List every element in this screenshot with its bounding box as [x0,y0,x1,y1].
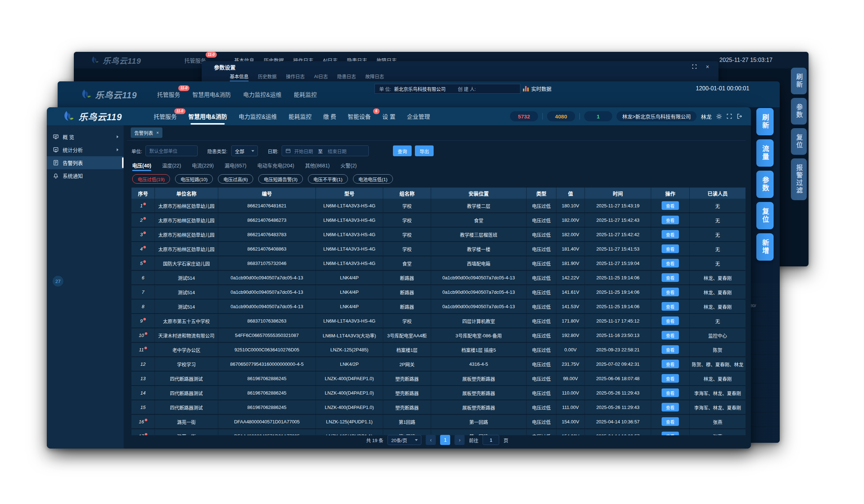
table-row: 11 老中学办公区 92510C0000C0636410276D05 LNZK-… [131,343,746,357]
date-range-picker[interactable]: 开始日期 至 结束日期 [282,145,369,156]
dialog-tab[interactable]: 故障日志 [365,73,384,81]
stat-badge-notices[interactable]: 1 [584,111,612,121]
current-page[interactable]: 1 [440,435,450,445]
view-button[interactable]: 查看 [662,360,679,368]
brand-title: 乐鸟云119 [79,110,122,123]
view-button[interactable]: 查看 [662,201,679,210]
category-tab[interactable]: 漏电(657) [225,162,247,171]
category-tab[interactable]: 其他(8681) [305,162,330,171]
view-button[interactable]: 查看 [662,316,679,325]
stat-badge-alarms[interactable]: 5732 [510,111,538,121]
close-icon[interactable]: × [156,130,159,135]
nav-item[interactable]: 设 置 [382,107,395,125]
sidebar-item-alarm-list[interactable]: 告警列表 [47,156,124,169]
side-action-button[interactable]: 刷新 [756,108,774,135]
nav-item[interactable]: 智慧用电&消防 [188,107,227,125]
subtype-chip[interactable]: 电压短路告警(3) [258,174,303,184]
dialog-tab[interactable]: 历史数据 [258,73,277,81]
nav-item[interactable]: 企业管理 [407,107,430,125]
view-button[interactable]: 查看 [662,388,679,397]
nav-item[interactable]: 能耗监控 [288,107,312,125]
subtype-chip[interactable]: 电池电压低(1) [353,174,393,184]
view-button[interactable]: 查看 [662,259,679,267]
page-size-select[interactable]: 20条/页 [388,435,421,445]
unit-info-bar: 单 位: 新北京乐鸟科技有限公司 创 建 人: [375,84,520,94]
side-action-button[interactable]: 刷新 [791,68,807,94]
search-button[interactable]: 查询 [393,145,412,156]
unit-filter-input[interactable] [146,145,198,156]
org-breadcrumb[interactable]: 林龙>新北京乐鸟科技有限公司 [617,111,697,121]
settings-dialog: 参数设置 × 基本信息历史数据操作日志AI日志隐患日志故障日志 [202,61,718,84]
subtype-chip[interactable]: 电压过高(6) [218,174,253,184]
category-tab[interactable]: 电流(229) [192,162,214,171]
view-button[interactable]: 查看 [662,374,679,383]
dialog-tab[interactable]: AI日志 [314,73,328,81]
view-button[interactable]: 查看 [662,288,679,296]
stat-badge-warnings[interactable]: 4080 [547,111,575,121]
nav-item[interactable]: 智能设备 6 [348,107,371,125]
col-header: 安装位置 [431,188,527,199]
subtype-chip[interactable]: 电压短路(10) [175,174,213,184]
prev-page-icon[interactable]: ‹ [426,435,436,445]
side-action-button[interactable]: 参数 [791,98,807,125]
nav-item[interactable]: 托管服务 11-0 [157,90,180,99]
category-tab[interactable]: 温度(22) [162,162,181,171]
nav-item[interactable]: 缴 费 [323,107,336,125]
nav-item[interactable]: 智慧用电&消防 [192,90,231,99]
gear-icon[interactable] [716,113,722,120]
subtype-chip[interactable]: 电压不平衡(1) [308,174,348,184]
category-tab[interactable]: 火警(2) [340,162,357,171]
middle-window-timestamp: 1200-01-01 00:00:01 [696,85,749,92]
dialog-tab[interactable]: 操作日志 [286,73,305,81]
side-action-button[interactable]: 参数 [756,171,774,198]
goto-page-input[interactable] [483,435,499,445]
view-button[interactable]: 查看 [662,403,679,411]
nav-item[interactable]: 能耗监控 [294,90,317,99]
settings-dialog-tabs: 基本信息历史数据操作日志AI日志隐患日志故障日志 [202,73,718,82]
nav-item[interactable]: 电力监控&运维 [238,107,277,125]
dialog-close-icon[interactable]: × [706,64,709,70]
dialog-tab[interactable]: 基本信息 [230,73,249,81]
nav-item[interactable]: 托管服务 11-0 [154,107,177,125]
view-button[interactable]: 查看 [662,216,679,224]
side-action-button[interactable]: 复位 [756,202,774,229]
nav-item[interactable]: 电力监控&运维 [243,90,282,99]
side-action-button[interactable]: 流量 [756,139,774,167]
sidebar-item-statistics[interactable]: 统计分析 [47,143,124,156]
dialog-fullscreen-icon[interactable] [692,64,698,70]
category-tab[interactable]: 电动车充电(204) [257,162,294,171]
category-tab[interactable]: 电压(40) [132,162,151,171]
side-action-button[interactable]: 报警过滤 [791,158,807,200]
view-button[interactable]: 查看 [662,345,679,354]
side-action-button[interactable]: 复位 [791,128,807,155]
next-page-icon[interactable]: › [455,435,465,445]
export-button[interactable]: 导出 [415,145,434,156]
logout-icon[interactable] [737,113,743,120]
alarm-list-icon [53,160,59,166]
alert-count-badge: 11-0 [178,85,189,91]
bar-chart-icon [523,86,529,91]
type-filter-label: 隐患类型: [207,148,228,154]
view-button[interactable]: 查看 [662,331,679,339]
sidebar-corner-badge[interactable]: 27 [53,276,63,287]
subtype-chip[interactable]: 电压过低(19) [132,174,170,184]
view-button[interactable]: 查看 [662,273,679,282]
view-button[interactable]: 查看 [662,302,679,311]
sidebar-item-system-notice[interactable]: 系统通知 [47,169,124,182]
page-tab-alarm-list[interactable]: 告警列表 × [131,127,162,138]
calendar-icon [286,148,291,153]
view-button[interactable]: 查看 [662,230,679,239]
sidebar-item-overview[interactable]: 概 览 [47,130,124,143]
unread-dot [143,231,146,234]
divider [542,113,543,120]
side-action-button[interactable]: 新增 [756,233,774,261]
table-row: 6 测试514 0a1cb90d00c0940507a7dc05-4-13 LN… [131,271,746,285]
view-button[interactable]: 查看 [662,244,679,253]
view-button[interactable]: 查看 [662,417,679,426]
dialog-tab[interactable]: 隐患日志 [337,73,356,81]
table-row: 5 国防大学石家庄幼儿园 868371075732046 LN6M-L1T4A3… [131,256,746,271]
dialog-title: 参数设置 [214,63,236,71]
table-body: 1 太原市万柏林区劲草幼儿园 866214076481621 LN6M-L1T4… [131,199,746,435]
fullscreen-icon[interactable] [726,113,733,120]
type-filter-select[interactable]: 全部 [231,145,258,156]
